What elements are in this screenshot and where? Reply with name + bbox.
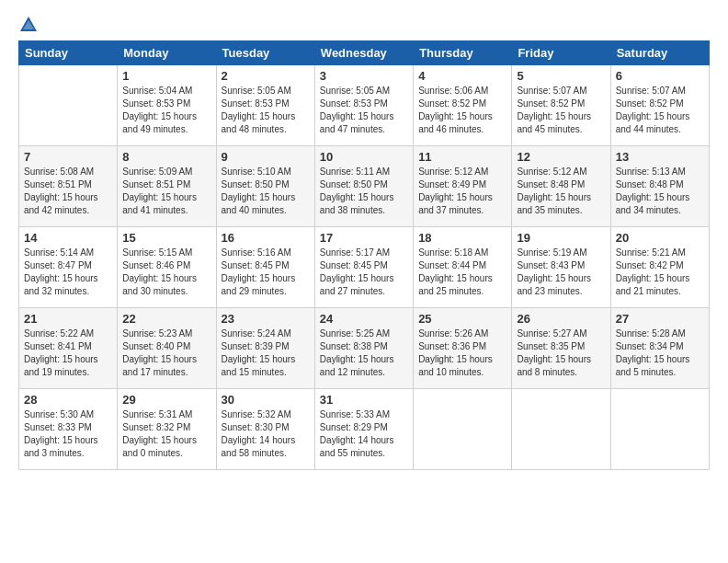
day-number: 23 xyxy=(222,312,310,326)
day-number: 29 xyxy=(122,393,210,407)
calendar-cell: 3Sunrise: 5:05 AMSunset: 8:53 PMDaylight… xyxy=(314,65,413,146)
day-number: 13 xyxy=(616,150,704,164)
day-info: Sunrise: 5:24 AMSunset: 8:39 PMDaylight:… xyxy=(222,327,310,379)
calendar-col-header: Monday xyxy=(118,41,216,65)
day-info: Sunrise: 5:30 AMSunset: 8:33 PMDaylight:… xyxy=(24,408,112,460)
calendar-cell: 23Sunrise: 5:24 AMSunset: 8:39 PMDayligh… xyxy=(216,308,314,389)
day-info: Sunrise: 5:26 AMSunset: 8:36 PMDaylight:… xyxy=(418,327,506,379)
day-info: Sunrise: 5:08 AMSunset: 8:51 PMDaylight:… xyxy=(24,166,112,217)
calendar-week-row: 21Sunrise: 5:22 AMSunset: 8:41 PMDayligh… xyxy=(19,308,710,389)
day-info: Sunrise: 5:10 AMSunset: 8:50 PMDaylight:… xyxy=(222,166,310,217)
calendar-cell: 15Sunrise: 5:15 AMSunset: 8:46 PMDayligh… xyxy=(118,227,216,308)
calendar-col-header: Wednesday xyxy=(314,41,413,65)
day-number: 19 xyxy=(517,231,605,245)
day-info: Sunrise: 5:32 AMSunset: 8:30 PMDaylight:… xyxy=(222,408,310,460)
calendar-cell: 19Sunrise: 5:19 AMSunset: 8:43 PMDayligh… xyxy=(512,227,610,308)
calendar-cell: 5Sunrise: 5:07 AMSunset: 8:52 PMDaylight… xyxy=(512,65,610,146)
day-info: Sunrise: 5:14 AMSunset: 8:47 PMDaylight:… xyxy=(24,247,112,298)
day-info: Sunrise: 5:25 AMSunset: 8:38 PMDaylight:… xyxy=(320,327,408,379)
calendar-cell: 27Sunrise: 5:28 AMSunset: 8:34 PMDayligh… xyxy=(610,308,709,389)
calendar-cell: 6Sunrise: 5:07 AMSunset: 8:52 PMDaylight… xyxy=(610,65,709,146)
calendar-cell xyxy=(610,389,709,470)
day-info: Sunrise: 5:04 AMSunset: 8:53 PMDaylight:… xyxy=(122,85,210,136)
day-number: 27 xyxy=(616,312,704,326)
day-number: 5 xyxy=(517,69,605,83)
day-number: 22 xyxy=(122,312,210,326)
calendar-cell: 30Sunrise: 5:32 AMSunset: 8:30 PMDayligh… xyxy=(216,389,314,470)
day-number: 14 xyxy=(24,231,112,245)
day-info: Sunrise: 5:33 AMSunset: 8:29 PMDaylight:… xyxy=(320,408,408,460)
calendar-cell: 21Sunrise: 5:22 AMSunset: 8:41 PMDayligh… xyxy=(19,308,118,389)
calendar-cell: 4Sunrise: 5:06 AMSunset: 8:52 PMDaylight… xyxy=(414,65,512,146)
day-info: Sunrise: 5:12 AMSunset: 8:48 PMDaylight:… xyxy=(517,166,605,217)
day-info: Sunrise: 5:11 AMSunset: 8:50 PMDaylight:… xyxy=(320,166,408,217)
day-number: 9 xyxy=(222,150,310,164)
calendar-cell: 12Sunrise: 5:12 AMSunset: 8:48 PMDayligh… xyxy=(512,146,610,227)
calendar-cell: 16Sunrise: 5:16 AMSunset: 8:45 PMDayligh… xyxy=(216,227,314,308)
calendar-cell: 17Sunrise: 5:17 AMSunset: 8:45 PMDayligh… xyxy=(314,227,413,308)
calendar-cell: 25Sunrise: 5:26 AMSunset: 8:36 PMDayligh… xyxy=(414,308,512,389)
calendar-cell: 31Sunrise: 5:33 AMSunset: 8:29 PMDayligh… xyxy=(314,389,413,470)
calendar-cell: 29Sunrise: 5:31 AMSunset: 8:32 PMDayligh… xyxy=(118,389,216,470)
calendar-cell: 18Sunrise: 5:18 AMSunset: 8:44 PMDayligh… xyxy=(414,227,512,308)
day-number: 6 xyxy=(616,69,704,83)
day-number: 17 xyxy=(320,231,408,245)
calendar-cell: 2Sunrise: 5:05 AMSunset: 8:53 PMDaylight… xyxy=(216,65,314,146)
day-info: Sunrise: 5:09 AMSunset: 8:51 PMDaylight:… xyxy=(122,166,210,217)
day-info: Sunrise: 5:05 AMSunset: 8:53 PMDaylight:… xyxy=(222,85,310,136)
day-info: Sunrise: 5:21 AMSunset: 8:42 PMDaylight:… xyxy=(616,247,704,298)
calendar-col-header: Saturday xyxy=(610,41,709,65)
day-info: Sunrise: 5:13 AMSunset: 8:48 PMDaylight:… xyxy=(616,166,704,217)
day-number: 30 xyxy=(222,393,310,407)
calendar-col-header: Friday xyxy=(512,41,610,65)
logo-icon xyxy=(18,15,39,35)
logo xyxy=(18,15,42,35)
day-number: 15 xyxy=(122,231,210,245)
day-info: Sunrise: 5:28 AMSunset: 8:34 PMDaylight:… xyxy=(616,327,704,379)
day-number: 21 xyxy=(24,312,112,326)
calendar-col-header: Sunday xyxy=(19,41,118,65)
day-info: Sunrise: 5:23 AMSunset: 8:40 PMDaylight:… xyxy=(122,327,210,379)
day-info: Sunrise: 5:06 AMSunset: 8:52 PMDaylight:… xyxy=(418,85,506,136)
day-number: 24 xyxy=(320,312,408,326)
calendar-cell: 20Sunrise: 5:21 AMSunset: 8:42 PMDayligh… xyxy=(610,227,709,308)
day-number: 8 xyxy=(122,150,210,164)
day-info: Sunrise: 5:07 AMSunset: 8:52 PMDaylight:… xyxy=(616,85,704,136)
day-number: 25 xyxy=(418,312,506,326)
day-number: 11 xyxy=(418,150,506,164)
calendar-cell: 28Sunrise: 5:30 AMSunset: 8:33 PMDayligh… xyxy=(19,389,118,470)
day-number: 1 xyxy=(122,69,210,83)
calendar-cell: 24Sunrise: 5:25 AMSunset: 8:38 PMDayligh… xyxy=(314,308,413,389)
header xyxy=(18,15,710,35)
day-number: 16 xyxy=(222,231,310,245)
calendar-cell: 9Sunrise: 5:10 AMSunset: 8:50 PMDaylight… xyxy=(216,146,314,227)
day-info: Sunrise: 5:05 AMSunset: 8:53 PMDaylight:… xyxy=(320,85,408,136)
calendar-cell: 13Sunrise: 5:13 AMSunset: 8:48 PMDayligh… xyxy=(610,146,709,227)
page: SundayMondayTuesdayWednesdayThursdayFrid… xyxy=(0,0,728,563)
calendar-cell xyxy=(19,65,118,146)
day-number: 31 xyxy=(320,393,408,407)
day-info: Sunrise: 5:12 AMSunset: 8:49 PMDaylight:… xyxy=(418,166,506,217)
calendar-table: SundayMondayTuesdayWednesdayThursdayFrid… xyxy=(18,40,710,470)
day-number: 4 xyxy=(418,69,506,83)
calendar-week-row: 1Sunrise: 5:04 AMSunset: 8:53 PMDaylight… xyxy=(19,65,710,146)
day-info: Sunrise: 5:15 AMSunset: 8:46 PMDaylight:… xyxy=(122,247,210,298)
calendar-col-header: Thursday xyxy=(414,41,512,65)
day-number: 12 xyxy=(517,150,605,164)
calendar-cell: 11Sunrise: 5:12 AMSunset: 8:49 PMDayligh… xyxy=(414,146,512,227)
calendar-cell: 14Sunrise: 5:14 AMSunset: 8:47 PMDayligh… xyxy=(19,227,118,308)
day-number: 28 xyxy=(24,393,112,407)
calendar-week-row: 28Sunrise: 5:30 AMSunset: 8:33 PMDayligh… xyxy=(19,389,710,470)
calendar-cell xyxy=(414,389,512,470)
day-info: Sunrise: 5:27 AMSunset: 8:35 PMDaylight:… xyxy=(517,327,605,379)
day-number: 7 xyxy=(24,150,112,164)
calendar-header-row: SundayMondayTuesdayWednesdayThursdayFrid… xyxy=(19,41,710,65)
day-info: Sunrise: 5:22 AMSunset: 8:41 PMDaylight:… xyxy=(24,327,112,379)
day-number: 10 xyxy=(320,150,408,164)
day-info: Sunrise: 5:18 AMSunset: 8:44 PMDaylight:… xyxy=(418,247,506,298)
calendar-col-header: Tuesday xyxy=(216,41,314,65)
day-info: Sunrise: 5:19 AMSunset: 8:43 PMDaylight:… xyxy=(517,247,605,298)
calendar-week-row: 7Sunrise: 5:08 AMSunset: 8:51 PMDaylight… xyxy=(19,146,710,227)
day-number: 2 xyxy=(222,69,310,83)
day-info: Sunrise: 5:07 AMSunset: 8:52 PMDaylight:… xyxy=(517,85,605,136)
